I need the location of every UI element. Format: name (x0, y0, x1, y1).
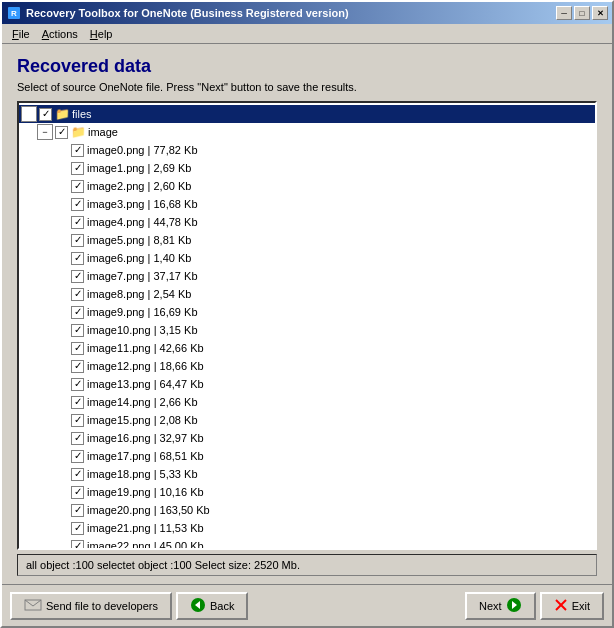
back-button[interactable]: Back (176, 592, 248, 620)
tree-checkbox[interactable] (71, 468, 84, 481)
tree-item[interactable]: image13.png | 64,47 Kb (19, 375, 595, 393)
tree-item[interactable]: image22.png | 45,00 Kb (19, 537, 595, 548)
tree-item-label: image14.png | 2,66 Kb (87, 396, 198, 408)
tree-item-label: image11.png | 42,66 Kb (87, 342, 204, 354)
tree-checkbox[interactable] (71, 306, 84, 319)
tree-item[interactable]: image0.png | 77,82 Kb (19, 141, 595, 159)
tree-item[interactable]: −📁image (19, 123, 595, 141)
titlebar: R Recovery Toolbox for OneNote (Business… (2, 2, 612, 24)
content-area: Recovered data Select of source OneNote … (2, 44, 612, 584)
send-icon (24, 598, 42, 614)
folder-icon: 📁 (71, 125, 86, 139)
tree-item[interactable]: image7.png | 37,17 Kb (19, 267, 595, 285)
maximize-button[interactable]: □ (574, 6, 590, 20)
tree-item-label: image22.png | 45,00 Kb (87, 540, 204, 548)
next-button[interactable]: Next (465, 592, 536, 620)
tree-item-label: image21.png | 11,53 Kb (87, 522, 204, 534)
tree-item[interactable]: image17.png | 68,51 Kb (19, 447, 595, 465)
tree-item[interactable]: image3.png | 16,68 Kb (19, 195, 595, 213)
tree-checkbox[interactable] (71, 198, 84, 211)
tree-checkbox[interactable] (71, 252, 84, 265)
tree-item[interactable]: image18.png | 5,33 Kb (19, 465, 595, 483)
tree-checkbox[interactable] (71, 378, 84, 391)
send-file-button[interactable]: Send file to developers (10, 592, 172, 620)
tree-item[interactable]: image9.png | 16,69 Kb (19, 303, 595, 321)
minimize-button[interactable]: ─ (556, 6, 572, 20)
tree-checkbox[interactable] (71, 414, 84, 427)
tree-item[interactable]: image6.png | 1,40 Kb (19, 249, 595, 267)
tree-item-label: image9.png | 16,69 Kb (87, 306, 198, 318)
tree-checkbox[interactable] (71, 504, 84, 517)
tree-checkbox[interactable] (71, 234, 84, 247)
tree-item-label: image7.png | 37,17 Kb (87, 270, 198, 282)
page-subtitle: Select of source OneNote file. Press "Ne… (17, 81, 597, 93)
tree-checkbox[interactable] (71, 486, 84, 499)
tree-item[interactable]: image1.png | 2,69 Kb (19, 159, 595, 177)
tree-item[interactable]: image11.png | 42,66 Kb (19, 339, 595, 357)
tree-checkbox[interactable] (71, 288, 84, 301)
tree-checkbox[interactable] (71, 396, 84, 409)
tree-item[interactable]: image2.png | 2,60 Kb (19, 177, 595, 195)
tree-scroll[interactable]: +📁files−📁imageimage0.png | 77,82 Kbimage… (19, 103, 595, 548)
menu-actions[interactable]: Actions (36, 26, 84, 42)
tree-toggle[interactable]: + (21, 106, 37, 122)
tree-item-label: image4.png | 44,78 Kb (87, 216, 198, 228)
tree-item-label: image2.png | 2,60 Kb (87, 180, 191, 192)
tree-item[interactable]: image21.png | 11,53 Kb (19, 519, 595, 537)
tree-item[interactable]: image14.png | 2,66 Kb (19, 393, 595, 411)
tree-checkbox[interactable] (55, 126, 68, 139)
tree-container: +📁files−📁imageimage0.png | 77,82 Kbimage… (17, 101, 597, 550)
window-title: Recovery Toolbox for OneNote (Business R… (26, 7, 556, 19)
tree-item[interactable]: image10.png | 3,15 Kb (19, 321, 595, 339)
exit-button[interactable]: Exit (540, 592, 604, 620)
bottom-bar: Send file to developers Back Next (2, 584, 612, 626)
tree-checkbox[interactable] (39, 108, 52, 121)
tree-item-label: image0.png | 77,82 Kb (87, 144, 198, 156)
exit-icon (554, 598, 568, 614)
menu-help[interactable]: Help (84, 26, 119, 42)
tree-item[interactable]: image16.png | 32,97 Kb (19, 429, 595, 447)
tree-checkbox[interactable] (71, 450, 84, 463)
tree-item-label: image19.png | 10,16 Kb (87, 486, 204, 498)
tree-item-label: image1.png | 2,69 Kb (87, 162, 191, 174)
back-icon (190, 597, 206, 615)
tree-item-label: image20.png | 163,50 Kb (87, 504, 210, 516)
tree-checkbox[interactable] (71, 180, 84, 193)
tree-checkbox[interactable] (71, 270, 84, 283)
statusbar-text: all object :100 selectet object :100 Sel… (26, 559, 300, 571)
tree-item[interactable]: +📁files (19, 105, 595, 123)
statusbar: all object :100 selectet object :100 Sel… (17, 554, 597, 576)
tree-checkbox[interactable] (71, 324, 84, 337)
tree-checkbox[interactable] (71, 216, 84, 229)
tree-item[interactable]: image15.png | 2,08 Kb (19, 411, 595, 429)
tree-item[interactable]: image19.png | 10,16 Kb (19, 483, 595, 501)
next-icon (506, 597, 522, 615)
tree-toggle[interactable]: − (37, 124, 53, 140)
tree-item-label: image3.png | 16,68 Kb (87, 198, 198, 210)
folder-icon: 📁 (55, 107, 70, 121)
tree-checkbox[interactable] (71, 342, 84, 355)
tree-item-label: image (88, 126, 118, 138)
menu-file[interactable]: File (6, 26, 36, 42)
tree-item-label: image16.png | 32,97 Kb (87, 432, 204, 444)
tree-item-label: image17.png | 68,51 Kb (87, 450, 204, 462)
tree-item-label: image10.png | 3,15 Kb (87, 324, 198, 336)
tree-checkbox[interactable] (71, 432, 84, 445)
tree-item[interactable]: image12.png | 18,66 Kb (19, 357, 595, 375)
svg-text:R: R (11, 9, 17, 18)
tree-checkbox[interactable] (71, 162, 84, 175)
tree-checkbox[interactable] (71, 360, 84, 373)
tree-item-label: image12.png | 18,66 Kb (87, 360, 204, 372)
tree-item[interactable]: image20.png | 163,50 Kb (19, 501, 595, 519)
tree-checkbox[interactable] (71, 522, 84, 535)
tree-item-label: image8.png | 2,54 Kb (87, 288, 191, 300)
tree-item[interactable]: image5.png | 8,81 Kb (19, 231, 595, 249)
tree-checkbox[interactable] (71, 144, 84, 157)
tree-item[interactable]: image8.png | 2,54 Kb (19, 285, 595, 303)
close-button[interactable]: ✕ (592, 6, 608, 20)
app-icon: R (6, 5, 22, 21)
tree-item-label: image5.png | 8,81 Kb (87, 234, 191, 246)
tree-item[interactable]: image4.png | 44,78 Kb (19, 213, 595, 231)
tree-checkbox[interactable] (71, 540, 84, 549)
window-controls: ─ □ ✕ (556, 6, 608, 20)
